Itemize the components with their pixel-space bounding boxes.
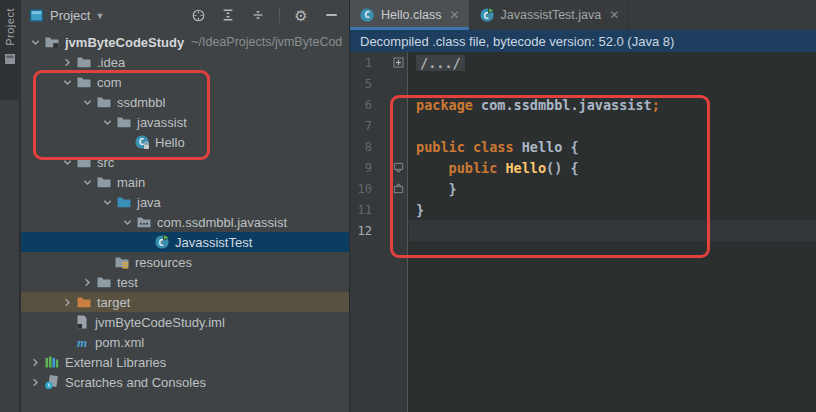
tree-item-com[interactable]: com [21, 72, 349, 92]
minus-icon [326, 14, 337, 16]
libraries-icon [44, 354, 60, 370]
tab-javassisttest-java[interactable]: C JavassistTest.java ✕ [470, 0, 630, 30]
close-icon[interactable]: ✕ [609, 9, 619, 21]
code-line-12[interactable]: 12 [350, 220, 816, 241]
decompiled-banner: Decompiled .class file, bytecode version… [350, 30, 816, 52]
folder-project-icon [44, 34, 60, 50]
folder-icon [96, 94, 112, 110]
project-stripe-label: Project [4, 8, 16, 46]
tree-item-javassist[interactable]: javassist [21, 112, 349, 132]
project-path: ~/IdeaProjects/jvmByteCod [191, 35, 342, 49]
editor-tab-bar: C Hello.class ✕ C JavassistTest.java ✕ [350, 0, 816, 30]
folder-icon [76, 74, 92, 90]
chevron-expanded-icon[interactable] [59, 154, 75, 170]
tree-item-external-libraries[interactable]: External Libraries [21, 352, 349, 372]
code-line-11[interactable]: 11} [350, 199, 816, 220]
code-line-8[interactable]: 8public class Hello { [350, 136, 816, 157]
project-tree: jvmByteCodeStudy~/IdeaProjects/jvmByteCo… [21, 30, 349, 412]
tree-item-com-ssdmbbl-javassist[interactable]: com.ssdmbbl.javassist [21, 212, 349, 232]
runnable-class-icon: C [479, 7, 495, 23]
maven-icon: m [74, 334, 90, 350]
tree-item-main[interactable]: main [21, 172, 349, 192]
tree-item-test[interactable]: test [21, 272, 349, 292]
line-number: 11 [350, 203, 372, 217]
tree-item-label: External Libraries [65, 355, 166, 370]
code-text: public class Hello { [408, 139, 579, 155]
editor-area: C Hello.class ✕ C JavassistTest.java ✕ D… [350, 0, 816, 412]
tree-item-java[interactable]: java [21, 192, 349, 212]
folder-icon [76, 154, 92, 170]
tree-item-label: .idea [97, 55, 125, 70]
tree-item-hello[interactable]: CHello [21, 132, 349, 152]
folder-resources-icon [114, 254, 130, 270]
fold-marker-icon[interactable] [393, 181, 404, 197]
tree-item-javassisttest[interactable]: CJavassistTest [21, 232, 349, 252]
chevron-collapsed-icon[interactable] [27, 374, 43, 390]
tree-item-jvmbytecodestudy-iml[interactable]: jvmByteCodeStudy.iml [21, 312, 349, 332]
chevron-expanded-icon[interactable] [59, 74, 75, 90]
tree-item-pom-xml[interactable]: mpom.xml [21, 332, 349, 352]
line-number: 5 [350, 77, 372, 91]
chevron-collapsed-icon[interactable] [59, 54, 75, 70]
folder-icon [96, 274, 112, 290]
project-panel-title[interactable]: Project [50, 8, 90, 23]
tree-item-scratches-and-consoles[interactable]: Scratches and Consoles [21, 372, 349, 392]
chevron-collapsed-icon[interactable] [27, 354, 43, 370]
class-locked-icon: C [134, 134, 150, 150]
iml-file-icon [74, 314, 90, 330]
chevron-down-icon[interactable]: ▼ [95, 11, 104, 21]
chevron-expanded-icon[interactable] [119, 214, 135, 230]
close-icon[interactable]: ✕ [449, 9, 459, 21]
code-line-1[interactable]: 1/.../ [350, 52, 816, 73]
chevron-expanded-icon[interactable] [79, 94, 95, 110]
code-line-7[interactable]: 7 [350, 115, 816, 136]
expand-all-button[interactable] [216, 4, 240, 26]
code-line-9[interactable]: 9 public Hello() { [350, 157, 816, 178]
chevron-expanded-icon[interactable] [27, 34, 43, 50]
tree-item-label: target [97, 295, 130, 310]
tree-item-label: com [97, 75, 122, 90]
fold-marker-icon[interactable] [393, 55, 404, 71]
tree-item-jvmbytecodestudy[interactable]: jvmByteCodeStudy~/IdeaProjects/jvmByteCo… [21, 32, 349, 52]
folded-region-chip[interactable]: /.../ [416, 55, 465, 71]
tree-item-ssdmbbl[interactable]: ssdmbbl [21, 92, 349, 112]
collapse-all-button[interactable] [246, 4, 270, 26]
editor-body[interactable]: 1/.../56package com.ssdmbbl.javassist;78… [350, 52, 816, 412]
folder-source-icon [116, 194, 132, 210]
settings-button[interactable]: ⚙ [289, 4, 313, 26]
tree-item-resources[interactable]: resources [21, 252, 349, 272]
code-text: /.../ [408, 55, 465, 71]
project-stripe-button[interactable]: Project [0, 0, 20, 100]
select-opened-file-button[interactable] [186, 4, 210, 26]
code-line-5[interactable]: 5 [350, 73, 816, 94]
tree-item-target[interactable]: target [21, 292, 349, 312]
banner-text: Decompiled .class file, bytecode version… [360, 34, 674, 49]
gear-icon: ⚙ [294, 8, 307, 23]
tree-item-label: jvmByteCodeStudy.iml [95, 315, 225, 330]
code-line-6[interactable]: 6package com.ssdmbbl.javassist; [350, 94, 816, 115]
tree-item-label: src [97, 155, 114, 170]
chevron-expanded-icon[interactable] [99, 114, 115, 130]
chevron-expanded-icon[interactable] [79, 174, 95, 190]
tree-item-label: jvmByteCodeStudy [65, 35, 184, 50]
tree-item--idea[interactable]: .idea [21, 52, 349, 72]
tab-hello-class[interactable]: C Hello.class ✕ [350, 0, 470, 30]
scratches-icon [44, 374, 60, 390]
project-panel-header: Project ▼ ⚙ [21, 0, 349, 30]
tree-item-label: Scratches and Consoles [65, 375, 206, 390]
tree-item-src[interactable]: src [21, 152, 349, 172]
toolbar-divider [279, 7, 280, 23]
tool-window-stripe: Project [0, 0, 20, 412]
line-number: 1 [350, 56, 372, 70]
tree-item-label: resources [135, 255, 192, 270]
chevron-expanded-icon[interactable] [99, 194, 115, 210]
line-number: 9 [350, 161, 372, 175]
chevron-collapsed-icon[interactable] [79, 274, 95, 290]
class-icon: C [359, 7, 375, 23]
line-number: 6 [350, 98, 372, 112]
tab-label: Hello.class [381, 8, 441, 22]
chevron-collapsed-icon[interactable] [59, 294, 75, 310]
hide-panel-button[interactable] [319, 4, 343, 26]
code-line-10[interactable]: 10 } [350, 178, 816, 199]
fold-marker-icon[interactable] [393, 160, 404, 176]
